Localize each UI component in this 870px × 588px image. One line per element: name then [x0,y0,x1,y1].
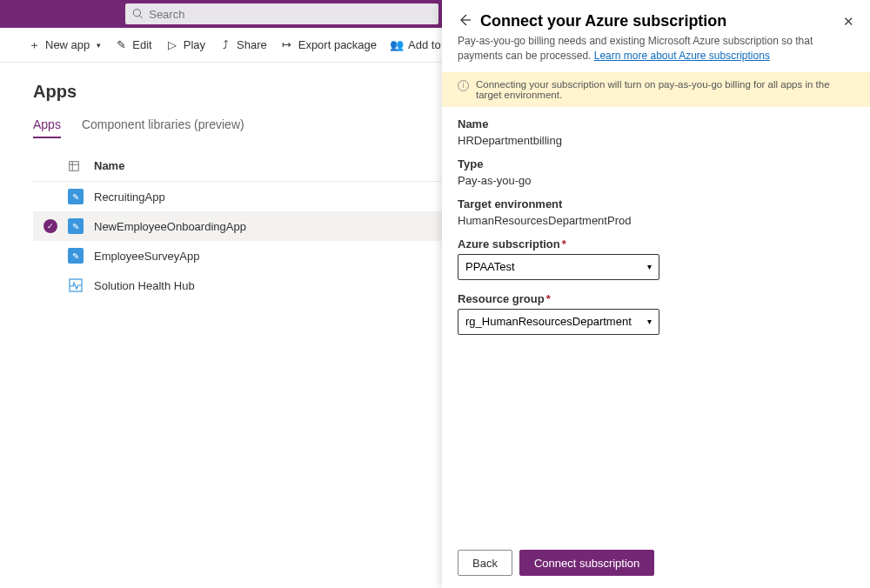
pencil-icon: ✎ [115,39,127,51]
svg-rect-2 [70,161,79,170]
export-icon: ↦ [281,39,293,51]
play-button[interactable]: ▷ Play [166,38,205,51]
type-column-icon[interactable] [68,160,94,172]
svg-point-0 [133,10,140,17]
name-field-label: Name [458,117,854,130]
export-label: Export package [298,38,377,51]
new-app-button[interactable]: ＋ New app ▾ [28,38,101,51]
search-input[interactable] [149,8,432,21]
edit-button[interactable]: ✎ Edit [115,38,151,51]
info-text: Connecting your subscription will turn o… [476,79,854,100]
chevron-down-icon: ▾ [647,262,652,271]
app-icon: ✎ [68,248,84,264]
rg-value: rg_HumanResourcesDepartment [465,315,632,328]
selected-check-icon[interactable]: ✓ [44,219,57,233]
edit-label: Edit [132,38,151,51]
app-icon: ✎ [68,189,84,204]
svg-line-1 [140,16,143,18]
search-box[interactable] [125,3,438,24]
play-icon: ▷ [166,39,178,51]
learn-more-link[interactable]: Learn more about Azure subscriptions [594,50,770,62]
close-icon[interactable]: ✕ [843,14,854,30]
connect-button[interactable]: Connect subscription [519,550,654,576]
info-icon: i [458,80,469,91]
app-icon: ✎ [68,218,84,234]
play-label: Play [184,38,205,51]
tab-apps[interactable]: Apps [33,117,61,138]
chevron-down-icon: ▾ [97,41,101,50]
new-app-label: New app [45,38,90,51]
type-field-value: Pay-as-you-go [458,174,854,187]
side-panel: Connect your Azure subscription ✕ Pay-as… [442,0,870,588]
panel-body: Name HRDepartmentbilling Type Pay-as-you… [442,107,870,356]
panel-title: Connect your Azure subscription [480,12,834,30]
tab-component-libraries[interactable]: Component libraries (preview) [82,117,244,138]
panel-footer: Back Connect subscription [442,538,870,588]
rg-field-label: Resource group* [458,292,854,305]
subscription-dropdown[interactable]: PPAATest ▾ [458,254,659,280]
health-icon [68,277,84,293]
share-icon: ⤴ [219,39,231,51]
back-button[interactable]: Back [458,550,512,576]
env-field-label: Target environment [458,197,854,210]
name-field-value: HRDepartmentbilling [458,134,854,147]
share-label: Share [237,38,267,51]
export-button[interactable]: ↦ Export package [281,38,377,51]
subscription-value: PPAATest [465,260,515,273]
plus-icon: ＋ [28,39,40,51]
panel-subtitle: Pay-as-you-go billing needs and existing… [442,32,870,72]
teams-icon: 👥 [391,39,403,51]
resource-group-dropdown[interactable]: rg_HumanResourcesDepartment ▾ [458,309,659,335]
back-arrow-icon[interactable] [458,13,472,30]
chevron-down-icon: ▾ [647,317,652,326]
search-icon [132,8,144,20]
subscription-field-label: Azure subscription* [458,237,854,251]
share-button[interactable]: ⤴ Share [219,38,267,51]
env-field-value: HumanResourcesDepartmentProd [458,214,854,227]
info-banner: i Connecting your subscription will turn… [442,72,870,107]
type-field-label: Type [458,157,854,170]
